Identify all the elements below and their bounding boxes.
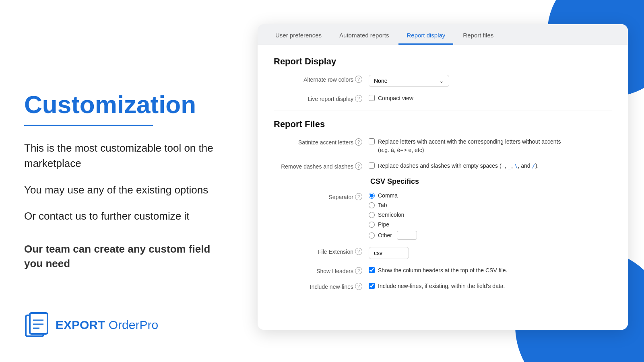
dashes-text: Replace dashes and slashes with empty sp… <box>378 162 539 170</box>
compact-view-checkbox[interactable] <box>369 95 375 101</box>
logo-text: EXPORT OrderPro <box>56 318 158 332</box>
alternate-row-help-icon[interactable]: ? <box>355 76 362 83</box>
show-headers-checkbox-label[interactable]: Show the column headers at the top of th… <box>369 266 507 275</box>
main-title: Customization <box>24 91 229 118</box>
file-extension-control <box>369 247 612 259</box>
satinize-label: Satinize accent letters <box>298 138 353 146</box>
svg-rect-1 <box>30 313 47 334</box>
tab-user-preferences[interactable]: User preferences <box>267 27 330 45</box>
dashes-help-icon[interactable]: ? <box>355 162 362 170</box>
logo-export: EXPORT <box>56 318 105 331</box>
separator-other-text: Other <box>378 232 392 239</box>
separator-semicolon-radio[interactable] <box>369 212 375 218</box>
separator-control: Comma Tab Semicolon Pipe <box>369 192 612 240</box>
separator-pipe-text: Pipe <box>378 221 389 228</box>
dropdown-arrow-icon: ⌄ <box>439 78 444 84</box>
separator-semicolon-label[interactable]: Semicolon <box>369 212 417 218</box>
separator-tab-radio[interactable] <box>369 202 375 208</box>
dashes-control: Replace dashes and slashes with empty sp… <box>369 162 612 170</box>
compact-view-label[interactable]: Compact view <box>369 94 413 103</box>
dashes-label: Remove dashes and slashes <box>281 162 353 170</box>
separator-pipe-label[interactable]: Pipe <box>369 221 417 228</box>
left-panel: Customization This is the most customiza… <box>0 0 254 362</box>
separator-other-label[interactable]: Other <box>369 231 417 240</box>
dashes-checkbox[interactable] <box>369 162 375 169</box>
content-area: Report Display Alternate row colors ? No… <box>258 45 628 330</box>
include-newlines-help-icon[interactable]: ? <box>355 283 362 290</box>
show-headers-help-icon[interactable]: ? <box>355 267 362 274</box>
separator-comma-label[interactable]: Comma <box>369 192 417 199</box>
paragraph-1: This is the most customizable tool on th… <box>24 141 229 171</box>
show-headers-label: Show Headers <box>316 266 353 274</box>
tab-report-files[interactable]: Report files <box>455 27 502 45</box>
separator-row: Separator ? Comma Tab <box>274 192 612 240</box>
logo-orderpro: OrderPro <box>105 318 158 331</box>
file-extension-row: File Extension ? <box>274 247 612 259</box>
tabs-bar: User preferences Automated reports Repor… <box>258 24 628 45</box>
file-extension-help-icon[interactable]: ? <box>355 248 362 255</box>
live-report-control: Compact view <box>369 94 612 103</box>
live-report-row: Live report display ? Compact view <box>274 94 612 103</box>
alternate-row-value: None <box>374 78 387 84</box>
separator-label: Separator <box>329 192 353 200</box>
separator-other-radio[interactable] <box>369 232 375 239</box>
include-newlines-checkbox[interactable] <box>369 283 375 289</box>
satinize-help-icon[interactable]: ? <box>355 138 362 146</box>
csv-specifics-title: CSV Specifics <box>370 177 612 186</box>
logo-icon <box>24 312 50 338</box>
include-newlines-checkbox-label[interactable]: Include new-lines, if existing, within t… <box>369 282 505 290</box>
show-headers-control: Show the column headers at the top of th… <box>369 266 612 275</box>
include-newlines-row: Include new-lines ? Include new-lines, i… <box>274 282 612 290</box>
tab-report-display[interactable]: Report display <box>398 27 453 45</box>
alternate-row-colors-row: Alternate row colors ? None ⌄ <box>274 75 612 87</box>
file-extension-label: File Extension <box>318 247 353 255</box>
title-underline <box>24 125 153 126</box>
right-panel: User preferences Automated reports Repor… <box>258 24 644 338</box>
live-report-help-icon[interactable]: ? <box>355 95 362 102</box>
dashes-row: Remove dashes and slashes ? Replace dash… <box>274 162 612 170</box>
report-display-title: Report Display <box>274 56 612 67</box>
separator-comma-radio[interactable] <box>369 193 375 199</box>
separator-help-icon[interactable]: ? <box>355 193 362 200</box>
paragraph-3: Or contact us to further customize it <box>24 209 229 224</box>
include-newlines-text: Include new-lines, if existing, within t… <box>378 282 505 290</box>
satinize-checkbox-label[interactable]: Replace letters with accent with the cor… <box>369 138 571 154</box>
separator-comma-text: Comma <box>378 192 398 199</box>
satinize-text: Replace letters with accent with the cor… <box>378 138 571 154</box>
include-newlines-label: Include new-lines <box>310 282 353 290</box>
cta-text: Our team can create any custom field you… <box>24 242 229 271</box>
file-extension-input[interactable] <box>369 247 409 259</box>
section-divider-1 <box>274 111 612 111</box>
report-files-title: Report Files <box>274 119 612 130</box>
alternate-row-label: Alternate row colors <box>303 75 353 83</box>
show-headers-text: Show the column headers at the top of th… <box>378 266 507 275</box>
paragraph-2: You may use any of the existing options <box>24 183 229 198</box>
separator-other-input[interactable] <box>397 231 417 240</box>
alternate-row-control: None ⌄ <box>369 75 612 87</box>
satinize-control: Replace letters with accent with the cor… <box>369 138 612 154</box>
logo-area: EXPORT OrderPro <box>24 312 158 338</box>
alternate-row-dropdown[interactable]: None ⌄ <box>369 75 449 87</box>
live-report-label: Live report display <box>308 94 353 102</box>
dashes-checkbox-label[interactable]: Replace dashes and slashes with empty sp… <box>369 162 539 170</box>
separator-pipe-radio[interactable] <box>369 222 375 228</box>
satinize-row: Satinize accent letters ? Replace letter… <box>274 138 612 154</box>
separator-semicolon-text: Semicolon <box>378 212 404 218</box>
separator-tab-label[interactable]: Tab <box>369 202 417 208</box>
tab-automated-reports[interactable]: Automated reports <box>331 27 397 45</box>
separator-tab-text: Tab <box>378 202 387 208</box>
show-headers-checkbox[interactable] <box>369 267 375 273</box>
show-headers-row: Show Headers ? Show the column headers a… <box>274 266 612 275</box>
include-newlines-control: Include new-lines, if existing, within t… <box>369 282 612 290</box>
compact-view-text: Compact view <box>378 94 413 103</box>
separator-radio-group: Comma Tab Semicolon Pipe <box>369 192 417 240</box>
satinize-checkbox[interactable] <box>369 138 375 144</box>
ui-card: User preferences Automated reports Repor… <box>258 24 628 330</box>
